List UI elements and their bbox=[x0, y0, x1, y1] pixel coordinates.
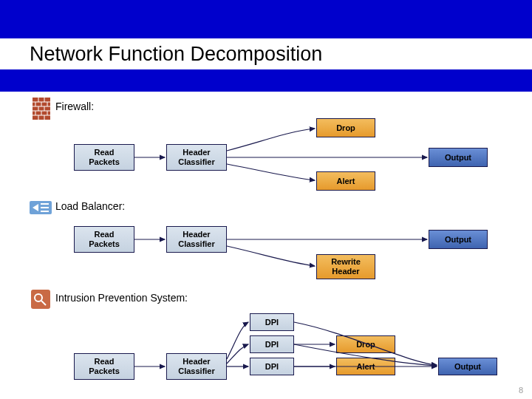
ips-dpi-1: DPI bbox=[250, 313, 294, 331]
load-balancer-icon bbox=[30, 200, 52, 216]
fw-read-packets: Read Packets bbox=[74, 144, 134, 171]
ips-dpi-2: DPI bbox=[250, 335, 294, 353]
ips-header-classifier: Header Classifier bbox=[166, 353, 227, 380]
slide: Network Function Decomposition Firewall:… bbox=[0, 0, 532, 399]
lb-rewrite-header: Rewrite Header bbox=[316, 254, 375, 279]
firewall-icon bbox=[33, 98, 50, 120]
lb-header-classifier: Header Classifier bbox=[166, 226, 227, 253]
lb-output: Output bbox=[429, 230, 488, 249]
ips-output: Output bbox=[438, 358, 497, 375]
load-balancer-label: Load Balancer: bbox=[55, 200, 125, 212]
svg-rect-22 bbox=[31, 290, 50, 309]
lb-read-packets: Read Packets bbox=[74, 226, 134, 253]
fw-alert: Alert bbox=[316, 171, 375, 191]
fw-output: Output bbox=[429, 148, 488, 167]
ips-icon bbox=[31, 290, 50, 309]
svg-rect-0 bbox=[33, 98, 50, 120]
ips-read-packets: Read Packets bbox=[74, 353, 134, 380]
title-bar-bottom bbox=[0, 69, 532, 92]
page-number: 8 bbox=[519, 386, 523, 395]
page-title: Network Function Decomposition bbox=[30, 43, 322, 66]
fw-header-classifier: Header Classifier bbox=[166, 144, 227, 171]
ips-alert: Alert bbox=[336, 358, 395, 375]
ips-drop: Drop bbox=[336, 335, 395, 353]
fw-drop: Drop bbox=[316, 118, 375, 137]
firewall-label: Firewall: bbox=[55, 100, 94, 112]
ips-dpi-3: DPI bbox=[250, 358, 294, 375]
title-bar-top bbox=[0, 0, 532, 38]
ips-label: Intrusion Prevention System: bbox=[55, 292, 188, 304]
